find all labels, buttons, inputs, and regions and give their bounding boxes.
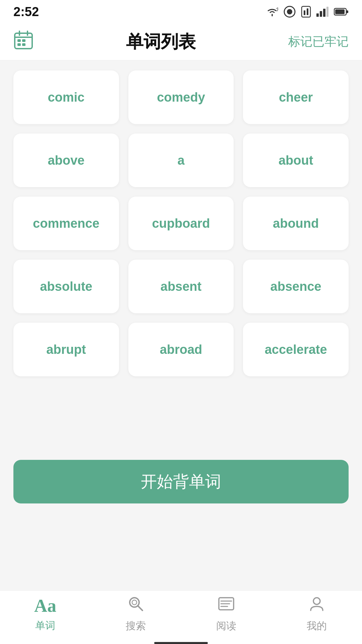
word-card-about[interactable]: about (243, 133, 349, 187)
reading-icon (218, 595, 235, 616)
status-icons: ? (266, 6, 349, 18)
words-icon: Aa (34, 595, 56, 616)
signal-icon (316, 7, 328, 17)
reading-label: 阅读 (216, 619, 236, 633)
svg-rect-18 (22, 39, 25, 42)
svg-rect-6 (316, 13, 319, 17)
word-card-above[interactable]: above (13, 133, 119, 187)
word-card-text: a (177, 153, 184, 168)
word-card-absent[interactable]: absent (128, 260, 234, 313)
svg-text:?: ? (276, 7, 278, 12)
svg-rect-9 (326, 7, 328, 17)
svg-point-28 (313, 598, 320, 604)
words-label: 单词 (35, 619, 55, 633)
svg-rect-17 (17, 39, 21, 42)
word-card-commence[interactable]: commence (13, 197, 119, 250)
word-card-text: comedy (157, 90, 205, 105)
word-card-a[interactable]: a (128, 133, 234, 187)
word-card-comic[interactable]: comic (13, 70, 119, 124)
word-card-text: cheer (279, 90, 313, 105)
svg-rect-12 (335, 9, 345, 14)
word-card-text: comic (48, 90, 84, 105)
word-card-text: abroad (160, 342, 202, 357)
battery-icon (334, 7, 349, 16)
svg-rect-19 (17, 43, 21, 46)
word-card-text: accelerate (265, 342, 327, 357)
start-button-container: 开始背单词 (0, 460, 362, 517)
start-study-label: 开始背单词 (141, 471, 221, 492)
svg-rect-8 (323, 9, 325, 17)
word-card-absence[interactable]: absence (243, 260, 349, 313)
search-icon (127, 595, 144, 616)
mark-memorized-button[interactable]: 标记已牢记 (288, 34, 349, 50)
sim-icon (301, 6, 311, 18)
page-title: 单词列表 (34, 30, 288, 54)
word-card-text: abound (273, 216, 319, 231)
word-card-text: about (279, 153, 313, 168)
word-card-accelerate[interactable]: accelerate (243, 323, 349, 376)
app-icon (284, 6, 296, 18)
svg-line-22 (138, 606, 142, 610)
svg-rect-5 (307, 8, 308, 15)
svg-rect-11 (346, 10, 348, 13)
header: 单词列表 标记已牢记 (0, 23, 362, 60)
svg-point-2 (287, 9, 292, 14)
calendar-icon[interactable] (13, 30, 34, 54)
word-grid-container: comiccomedycheeraboveaaboutcommencecupbo… (0, 60, 362, 460)
word-card-abroad[interactable]: abroad (128, 323, 234, 376)
word-grid: comiccomedycheeraboveaaboutcommencecupbo… (13, 70, 349, 376)
svg-rect-20 (22, 43, 25, 46)
word-card-text: absolute (40, 279, 92, 294)
word-card-text: commence (33, 216, 100, 231)
svg-point-23 (132, 600, 137, 605)
nav-indicator (154, 642, 208, 644)
word-card-abrupt[interactable]: abrupt (13, 323, 119, 376)
nav-item-reading[interactable]: 阅读 (181, 595, 272, 633)
word-card-cheer[interactable]: cheer (243, 70, 349, 124)
nav-item-words[interactable]: Aa 单词 (0, 595, 90, 633)
word-card-absolute[interactable]: absolute (13, 260, 119, 313)
nav-item-mine[interactable]: 我的 (272, 595, 362, 633)
mine-icon (308, 595, 325, 616)
word-card-text: abrupt (46, 342, 86, 357)
status-bar: 2:52 ? (0, 0, 362, 23)
bottom-nav: Aa 单词 搜索 阅读 我 (0, 590, 362, 644)
word-card-text: cupboard (152, 216, 210, 231)
content-spacer (0, 517, 362, 590)
svg-rect-7 (320, 11, 322, 17)
status-time: 2:52 (13, 5, 39, 19)
svg-rect-3 (302, 6, 310, 17)
word-card-text: above (48, 153, 84, 168)
mine-label: 我的 (307, 619, 327, 633)
wifi-icon: ? (266, 7, 278, 16)
word-card-cupboard[interactable]: cupboard (128, 197, 234, 250)
word-card-abound[interactable]: abound (243, 197, 349, 250)
start-study-button[interactable]: 开始背单词 (13, 460, 349, 503)
word-card-comedy[interactable]: comedy (128, 70, 234, 124)
search-label: 搜索 (126, 619, 146, 633)
word-card-text: absent (161, 279, 201, 294)
svg-rect-4 (304, 10, 305, 15)
nav-item-search[interactable]: 搜索 (90, 595, 181, 633)
word-card-text: absence (270, 279, 321, 294)
